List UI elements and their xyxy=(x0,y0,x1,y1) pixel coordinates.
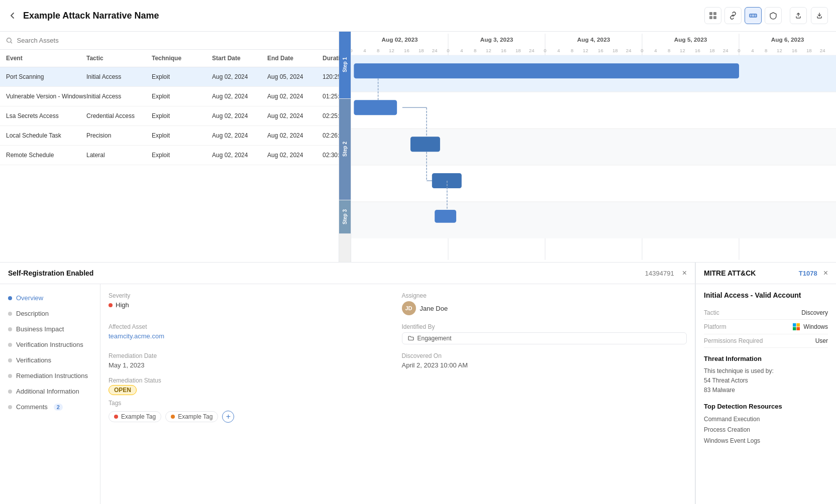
nav-dot xyxy=(8,374,12,378)
table-row[interactable]: Vulnerable Version - Windows Initial Acc… xyxy=(0,87,339,106)
cell-duration: 01:25:23 xyxy=(323,93,339,100)
tag-item[interactable]: Example Tag xyxy=(109,411,161,422)
svg-text:0: 0 xyxy=(351,48,353,53)
download-button[interactable] xyxy=(811,7,828,24)
svg-text:16: 16 xyxy=(792,48,797,53)
affected-asset-label: Affected Asset xyxy=(109,323,394,330)
col-start: Start Date xyxy=(212,55,267,62)
table-row[interactable]: Lsa Secrets Access Credential Access Exp… xyxy=(0,106,339,126)
remediation-date-value: May 1, 2023 xyxy=(109,361,394,369)
nav-item-verifications[interactable]: Verifications xyxy=(0,352,100,368)
shield-icon xyxy=(769,12,777,20)
step-labels: Step 1 Step 2 Step 3 xyxy=(339,32,351,262)
discovered-on-value: April 2, 2023 10:00 AM xyxy=(402,361,687,369)
svg-rect-3 xyxy=(713,16,716,19)
svg-rect-76 xyxy=(435,210,456,223)
svg-text:16: 16 xyxy=(598,48,603,53)
detection-item: Command Execution xyxy=(704,414,828,425)
folder-icon xyxy=(407,335,414,342)
chart-view-button[interactable] xyxy=(745,7,762,24)
table-view-button[interactable] xyxy=(704,7,721,24)
mitre-header-actions: T1078 × xyxy=(799,269,828,278)
assignee-avatar: JD xyxy=(402,301,416,315)
gantt-section: Step 1 Step 2 Step 3 xyxy=(339,32,836,262)
shield-view-button[interactable] xyxy=(765,7,782,24)
nav-item-additional-information[interactable]: Additional Information xyxy=(0,384,100,399)
nav-item-business-impact[interactable]: Business Impact xyxy=(0,321,100,337)
step-3-label: Step 3 xyxy=(339,200,351,234)
table-row[interactable]: Local Schedule Task Precision Exploit Au… xyxy=(0,126,339,146)
svg-text:24: 24 xyxy=(820,48,825,53)
svg-text:16: 16 xyxy=(501,48,506,53)
nav-label: Comments xyxy=(16,403,48,411)
top-section: Event Tactic Technique Start Date End Da… xyxy=(0,32,836,263)
svg-text:16: 16 xyxy=(695,48,700,53)
chart-icon xyxy=(749,12,757,20)
table-row[interactable]: Port Scanning Initial Access Exploit Aug… xyxy=(0,67,339,87)
tag-label: Example Tag xyxy=(121,413,156,420)
cell-event: Remote Schedule xyxy=(6,152,86,159)
assignee-name: Jane Doe xyxy=(420,305,448,312)
nav-item-overview[interactable]: Overview xyxy=(0,290,100,306)
tag-dot xyxy=(171,415,175,419)
mitre-id-link[interactable]: T1078 xyxy=(799,270,817,277)
remediation-status-badge: OPEN xyxy=(109,385,137,395)
svg-rect-64 xyxy=(354,63,739,78)
threat-description: This technique is used by: 54 Threat Act… xyxy=(704,366,828,396)
cell-end: Aug 05, 2024 xyxy=(267,73,323,80)
svg-rect-80 xyxy=(797,327,800,331)
gantt-chart: Aug 02, 2023 Aug 3, 2023 Aug 4, 2023 Aug… xyxy=(351,32,836,262)
back-button[interactable] xyxy=(8,11,17,20)
nav-item-verification-instructions[interactable]: Verification Instructions xyxy=(0,337,100,352)
tag-item[interactable]: Example Tag xyxy=(165,411,218,422)
nav-badge: 2 xyxy=(54,404,63,411)
affected-asset-value[interactable]: teamcity.acme.com xyxy=(109,332,394,340)
cell-technique: Exploit xyxy=(152,152,212,159)
nav-item-remediation-instructions[interactable]: Remediation Instructions xyxy=(0,368,100,384)
svg-text:4: 4 xyxy=(460,48,463,53)
svg-rect-59 xyxy=(351,202,836,238)
svg-text:4: 4 xyxy=(654,48,657,53)
remediation-date-label: Remediation Date xyxy=(109,352,394,359)
mitre-close-button[interactable]: × xyxy=(823,269,828,278)
search-input[interactable] xyxy=(17,37,333,44)
step-1-text: Step 1 xyxy=(342,54,348,75)
discovered-on-label: Discovered On xyxy=(402,352,687,359)
svg-text:24: 24 xyxy=(723,48,728,53)
step-1-label: Step 1 xyxy=(339,32,351,99)
detail-close-button[interactable]: × xyxy=(682,269,687,278)
nav-label: Remediation Instructions xyxy=(16,372,88,380)
table-row[interactable]: Remote Schedule Lateral Exploit Aug 02, … xyxy=(0,146,339,165)
step-2-label: Step 2 xyxy=(339,99,351,200)
main-content: Event Tactic Technique Start Date End Da… xyxy=(0,32,836,504)
svg-text:0: 0 xyxy=(738,48,740,53)
detail-panel: Self-Registration Enabled 14394791 × Ove… xyxy=(0,263,695,504)
svg-text:12: 12 xyxy=(486,48,491,53)
search-bar xyxy=(0,32,339,50)
back-arrow-icon xyxy=(8,11,17,20)
mitre-platform-label: Platform xyxy=(704,323,726,330)
nav-item-description[interactable]: Description xyxy=(0,306,100,321)
detail-grid: Severity High Assignee JD Jane Doe xyxy=(109,292,687,394)
cell-end: Aug 02, 2024 xyxy=(267,93,323,100)
link-view-button[interactable] xyxy=(724,7,742,24)
mitre-technique: Initial Access - Valid Account xyxy=(704,291,828,299)
svg-text:8: 8 xyxy=(377,48,379,53)
search-icon xyxy=(6,37,13,44)
export-button[interactable] xyxy=(790,7,807,24)
add-tag-button[interactable]: + xyxy=(222,411,234,423)
detection-items: Command ExecutionProcess CreationWindows… xyxy=(704,414,828,447)
nav-item-comments[interactable]: Comments 2 xyxy=(0,399,100,415)
detection-section: Top Detection Resources Command Executio… xyxy=(704,403,828,447)
mitre-tactic-label: Tactic xyxy=(704,309,719,316)
cell-tactic: Precision xyxy=(86,132,152,139)
col-event: Event xyxy=(6,55,86,62)
svg-text:0: 0 xyxy=(544,48,546,53)
svg-text:24: 24 xyxy=(626,48,632,53)
nav-dot xyxy=(8,312,12,316)
detail-body: Overview Description Business Impact Ver… xyxy=(0,284,695,504)
svg-text:0: 0 xyxy=(447,48,449,53)
svg-rect-4 xyxy=(750,14,757,17)
detail-content: Severity High Assignee JD Jane Doe xyxy=(100,284,695,504)
cell-start: Aug 02, 2024 xyxy=(212,152,267,159)
